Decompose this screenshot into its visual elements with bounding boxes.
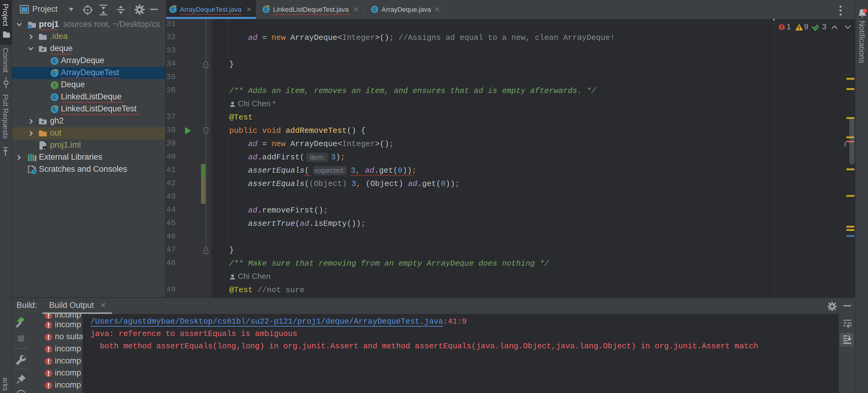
svg-text:C: C <box>53 58 56 64</box>
svg-text:C: C <box>171 7 175 12</box>
svg-text:C: C <box>53 94 56 100</box>
svg-text:C: C <box>373 7 376 12</box>
svg-text:C: C <box>264 7 268 12</box>
svg-text:I: I <box>54 82 56 88</box>
